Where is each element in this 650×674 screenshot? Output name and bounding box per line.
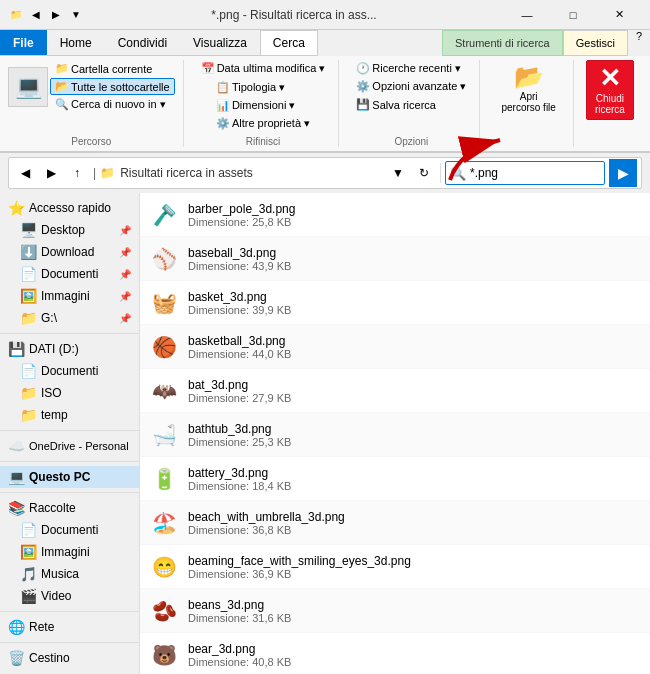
file-name: baseball_3d.png	[188, 246, 642, 260]
apri-percorso-btn[interactable]: 📂 Apripercorso file	[492, 60, 564, 118]
tutte-sottocartelle-btn[interactable]: 📂 Tutte le sottocartelle	[50, 78, 175, 95]
file-size: Dimensione: 18,4 KB	[188, 480, 642, 492]
altre-proprieta-btn[interactable]: ⚙️ Altre proprietà ▾	[211, 115, 315, 132]
chiudi-ricerca-label: Chiudiricerca	[595, 93, 625, 115]
file-item[interactable]: 🏖️ beach_with_umbrella_3d.png Dimensione…	[140, 501, 650, 545]
sidebar-item-dati-d[interactable]: 💾 DATI (D:)	[0, 338, 139, 360]
file-item[interactable]: 😁 beaming_face_with_smiling_eyes_3d.png …	[140, 545, 650, 589]
sidebar-item-documenti3[interactable]: 📄 Documenti	[0, 519, 139, 541]
data-ultima-btn[interactable]: 📅 Data ultima modifica ▾	[196, 60, 331, 77]
file-item[interactable]: 🛁 bathtub_3d.png Dimensione: 25,3 KB	[140, 413, 650, 457]
help-button[interactable]: ?	[628, 30, 650, 56]
file-item[interactable]: 🔋 battery_3d.png Dimensione: 18,4 KB	[140, 457, 650, 501]
tab-visualizza[interactable]: Visualizza	[180, 30, 260, 55]
pin-icon-immagini: 📌	[119, 291, 131, 302]
sidebar-item-documenti2[interactable]: 📄 Documenti	[0, 360, 139, 382]
file-info: basketball_3d.png Dimensione: 44,0 KB	[188, 334, 642, 360]
opzioni-buttons: 🕐 Ricerche recenti ▾ ⚙️ Opzioni avanzate…	[351, 60, 471, 113]
tipologia-btn[interactable]: 📋 Tipologia ▾	[211, 79, 315, 96]
sidebar-item-immagini2[interactable]: 🖼️ Immagini	[0, 541, 139, 563]
drive-d-icon: 💾	[8, 341, 25, 357]
minimize-button[interactable]: —	[504, 0, 550, 30]
props-icon: ⚙️	[216, 117, 230, 130]
menu-icon: ▼	[68, 7, 84, 23]
divider-2	[0, 430, 139, 431]
refresh-button[interactable]: ↻	[412, 161, 436, 185]
sidebar-item-accesso-rapido[interactable]: ⭐ Accesso rapido	[0, 197, 139, 219]
file-item[interactable]: 🫘 beans_3d.png Dimensione: 31,6 KB	[140, 589, 650, 633]
main-content: ⭐ Accesso rapido 🖥️ Desktop 📌 ⬇️ Downloa…	[0, 193, 650, 674]
sidebar-item-questo-pc[interactable]: 💻 Questo PC	[0, 466, 139, 488]
forward-button[interactable]: ▶	[39, 161, 63, 185]
rifinisci-col2: 📋 Tipologia ▾ 📊 Dimensioni ▾ ⚙️ Altre pr…	[211, 79, 315, 132]
search-go-button[interactable]: ▶	[609, 159, 637, 187]
sidebar-item-download[interactable]: ⬇️ Download 📌	[0, 241, 139, 263]
cerca-nuovo-btn[interactable]: 🔍 Cerca di nuovo in ▾	[50, 96, 175, 113]
file-info: beaming_face_with_smiling_eyes_3d.png Di…	[188, 554, 642, 580]
tab-file[interactable]: File	[0, 30, 47, 55]
chiudi-ricerca-btn[interactable]: ✕ Chiudiricerca	[586, 60, 634, 120]
sidebar-item-g-drive[interactable]: 📁 G:\ 📌	[0, 307, 139, 329]
search-box: 🔍 ✕	[445, 161, 605, 185]
sidebar-item-video[interactable]: 🎬 Video	[0, 585, 139, 607]
sidebar-item-temp[interactable]: 📁 temp	[0, 404, 139, 426]
tab-cerca[interactable]: Cerca	[260, 30, 318, 55]
file-name: basket_3d.png	[188, 290, 642, 304]
back-button[interactable]: ◀	[13, 161, 37, 185]
separator	[440, 163, 441, 183]
g-drive-icon: 📁	[20, 310, 37, 326]
sidebar-item-documenti[interactable]: 📄 Documenti 📌	[0, 263, 139, 285]
ricerche-recenti-btn[interactable]: 🕐 Ricerche recenti ▾	[351, 60, 471, 77]
percorso-options: 📁 Cartella corrente 📂 Tutte le sottocart…	[50, 60, 175, 113]
rifinisci-col1: 📅 Data ultima modifica ▾	[196, 60, 331, 77]
up-button[interactable]: ↑	[65, 161, 89, 185]
file-info: beans_3d.png Dimensione: 31,6 KB	[188, 598, 642, 624]
salva-ricerca-btn[interactable]: 💾 Salva ricerca	[351, 96, 471, 113]
questo-pc-large-icon[interactable]: 💻	[8, 67, 48, 107]
sidebar-item-immagini[interactable]: 🖼️ Immagini 📌	[0, 285, 139, 307]
cartella-corrente-btn[interactable]: 📁 Cartella corrente	[50, 60, 175, 77]
file-info: bat_3d.png Dimensione: 27,9 KB	[188, 378, 642, 404]
tab-home[interactable]: Home	[47, 30, 105, 55]
file-name: bathtub_3d.png	[188, 422, 642, 436]
sidebar-item-rete[interactable]: 🌐 Rete	[0, 616, 139, 638]
cartella-corrente-label: Cartella corrente	[71, 63, 152, 75]
maximize-button[interactable]: □	[550, 0, 596, 30]
folder-path-icon: 📁	[100, 165, 116, 181]
file-item[interactable]: ⚾ baseball_3d.png Dimensione: 43,9 KB	[140, 237, 650, 281]
divider-3	[0, 461, 139, 462]
sidebar-item-cestino[interactable]: 🗑️ Cestino	[0, 647, 139, 669]
dimensioni-btn[interactable]: 📊 Dimensioni ▾	[211, 97, 315, 114]
tab-strumenti-ricerca[interactable]: Strumenti di ricerca	[442, 30, 563, 56]
file-icon: 🏀	[148, 331, 180, 363]
percorso-label: Percorso	[71, 134, 111, 147]
sidebar-item-musica[interactable]: 🎵 Musica	[0, 563, 139, 585]
file-icon: 🧺	[148, 287, 180, 319]
doc2-icon: 📄	[20, 363, 37, 379]
search-input[interactable]	[470, 166, 620, 180]
pin-icon-documenti: 📌	[119, 269, 131, 280]
sidebar-item-onedrive[interactable]: ☁️ OneDrive - Personal	[0, 435, 139, 457]
opzioni-avanzate-btn[interactable]: ⚙️ Opzioni avanzate ▾	[351, 78, 471, 95]
file-item[interactable]: 🦇 bat_3d.png Dimensione: 27,9 KB	[140, 369, 650, 413]
open-folder-icon: 📂	[514, 65, 544, 89]
file-item[interactable]: 🐻 bear_3d.png Dimensione: 40,8 KB	[140, 633, 650, 674]
sidebar-item-iso[interactable]: 📁 ISO	[0, 382, 139, 404]
cerca-nuovo-label: Cerca di nuovo in ▾	[71, 98, 166, 111]
file-item[interactable]: 🧺 basket_3d.png Dimensione: 39,9 KB	[140, 281, 650, 325]
tab-gestisci[interactable]: Gestisci	[563, 30, 628, 56]
sidebar-item-raccolte[interactable]: 📚 Raccolte	[0, 497, 139, 519]
file-size: Dimensione: 36,9 KB	[188, 568, 642, 580]
video-icon: 🎬	[20, 588, 37, 604]
pin-icon-download: 📌	[119, 247, 131, 258]
ribbon: File Home Condividi Visualizza Cerca Str…	[0, 30, 650, 153]
address-path[interactable]: Risultati ricerca in assets	[120, 166, 384, 180]
tab-condividi[interactable]: Condividi	[105, 30, 180, 55]
opzioni-avanzate-label: Opzioni avanzate ▾	[372, 80, 466, 93]
sidebar-item-desktop[interactable]: 🖥️ Desktop 📌	[0, 219, 139, 241]
file-item[interactable]: 🪒 barber_pole_3d.png Dimensione: 25,8 KB	[140, 193, 650, 237]
close-button[interactable]: ✕	[596, 0, 642, 30]
sidebar: ⭐ Accesso rapido 🖥️ Desktop 📌 ⬇️ Downloa…	[0, 193, 140, 674]
address-dropdown-btn[interactable]: ▼	[388, 166, 408, 180]
file-item[interactable]: 🏀 basketball_3d.png Dimensione: 44,0 KB	[140, 325, 650, 369]
